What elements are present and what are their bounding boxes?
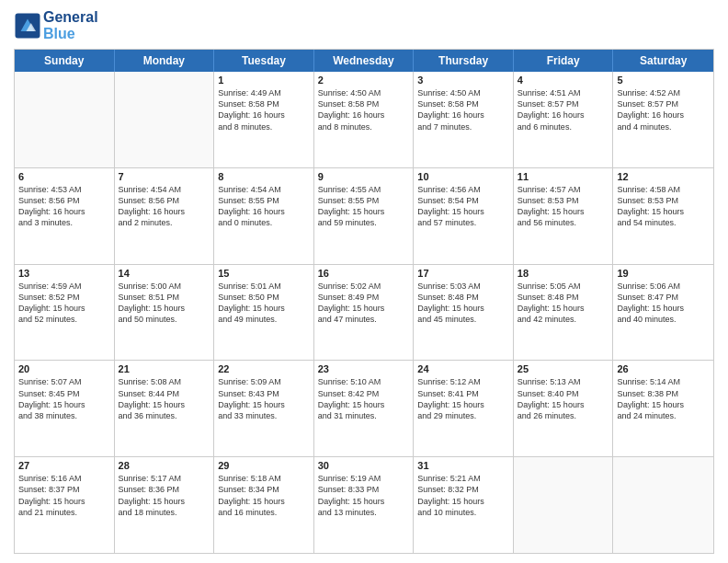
day-info: Sunrise: 5:02 AM Sunset: 8:49 PM Dayligh… <box>318 281 410 326</box>
day-info: Sunrise: 4:55 AM Sunset: 8:55 PM Dayligh… <box>318 184 410 229</box>
day-number: 21 <box>119 363 210 374</box>
day-info: Sunrise: 5:12 AM Sunset: 8:41 PM Dayligh… <box>417 376 509 421</box>
day-info: Sunrise: 4:54 AM Sunset: 8:56 PM Dayligh… <box>119 184 210 229</box>
day-info: Sunrise: 5:16 AM Sunset: 8:37 PM Dayligh… <box>18 473 110 518</box>
day-info: Sunrise: 4:54 AM Sunset: 8:55 PM Dayligh… <box>218 184 310 229</box>
header-day-tuesday: Tuesday <box>214 50 314 72</box>
day-info: Sunrise: 5:01 AM Sunset: 8:50 PM Dayligh… <box>218 281 310 326</box>
day-cell-12: 12Sunrise: 4:58 AM Sunset: 8:53 PM Dayli… <box>613 168 713 264</box>
day-cell-7: 7Sunrise: 4:54 AM Sunset: 8:56 PM Daylig… <box>115 168 215 264</box>
day-number: 10 <box>417 171 509 182</box>
day-info: Sunrise: 5:09 AM Sunset: 8:43 PM Dayligh… <box>218 376 310 421</box>
empty-cell <box>15 72 115 167</box>
day-number: 2 <box>318 75 410 86</box>
day-info: Sunrise: 4:59 AM Sunset: 8:52 PM Dayligh… <box>18 281 110 326</box>
header-day-sunday: Sunday <box>15 50 115 72</box>
day-info: Sunrise: 5:05 AM Sunset: 8:48 PM Dayligh… <box>518 281 609 326</box>
day-cell-18: 18Sunrise: 5:05 AM Sunset: 8:48 PM Dayli… <box>514 265 614 361</box>
day-number: 23 <box>318 363 410 374</box>
day-info: Sunrise: 5:10 AM Sunset: 8:42 PM Dayligh… <box>318 376 410 421</box>
calendar-row-2: 6Sunrise: 4:53 AM Sunset: 8:56 PM Daylig… <box>15 168 713 265</box>
day-info: Sunrise: 5:14 AM Sunset: 8:38 PM Dayligh… <box>617 376 710 421</box>
day-cell-30: 30Sunrise: 5:19 AM Sunset: 8:33 PM Dayli… <box>314 457 415 553</box>
day-cell-22: 22Sunrise: 5:09 AM Sunset: 8:43 PM Dayli… <box>214 361 314 456</box>
day-cell-8: 8Sunrise: 4:54 AM Sunset: 8:55 PM Daylig… <box>214 168 314 264</box>
day-number: 17 <box>417 268 509 279</box>
calendar-header: SundayMondayTuesdayWednesdayThursdayFrid… <box>15 50 713 72</box>
day-cell-24: 24Sunrise: 5:12 AM Sunset: 8:41 PM Dayli… <box>414 361 514 456</box>
day-number: 22 <box>218 363 310 374</box>
day-cell-10: 10Sunrise: 4:56 AM Sunset: 8:54 PM Dayli… <box>414 168 514 264</box>
day-info: Sunrise: 5:03 AM Sunset: 8:48 PM Dayligh… <box>417 281 509 326</box>
day-cell-1: 1Sunrise: 4:49 AM Sunset: 8:58 PM Daylig… <box>214 72 314 167</box>
day-info: Sunrise: 4:57 AM Sunset: 8:53 PM Dayligh… <box>518 184 609 229</box>
empty-cell <box>115 72 215 167</box>
day-info: Sunrise: 5:18 AM Sunset: 8:34 PM Dayligh… <box>218 473 310 518</box>
day-cell-17: 17Sunrise: 5:03 AM Sunset: 8:48 PM Dayli… <box>414 265 514 361</box>
day-cell-13: 13Sunrise: 4:59 AM Sunset: 8:52 PM Dayli… <box>15 265 115 361</box>
day-cell-2: 2Sunrise: 4:50 AM Sunset: 8:58 PM Daylig… <box>314 72 415 167</box>
day-cell-14: 14Sunrise: 5:00 AM Sunset: 8:51 PM Dayli… <box>115 265 215 361</box>
day-cell-21: 21Sunrise: 5:08 AM Sunset: 8:44 PM Dayli… <box>115 361 215 456</box>
calendar-row-5: 27Sunrise: 5:16 AM Sunset: 8:37 PM Dayli… <box>15 457 713 553</box>
day-cell-23: 23Sunrise: 5:10 AM Sunset: 8:42 PM Dayli… <box>314 361 415 456</box>
header-day-friday: Friday <box>514 50 614 72</box>
calendar-row-4: 20Sunrise: 5:07 AM Sunset: 8:45 PM Dayli… <box>15 361 713 457</box>
day-number: 9 <box>318 171 410 182</box>
day-number: 6 <box>18 171 110 182</box>
day-cell-27: 27Sunrise: 5:16 AM Sunset: 8:37 PM Dayli… <box>15 457 115 553</box>
day-number: 29 <box>218 460 310 471</box>
day-info: Sunrise: 4:50 AM Sunset: 8:58 PM Dayligh… <box>318 87 410 132</box>
day-number: 14 <box>119 268 210 279</box>
day-info: Sunrise: 4:56 AM Sunset: 8:54 PM Dayligh… <box>417 184 509 229</box>
day-number: 3 <box>417 75 509 86</box>
day-info: Sunrise: 4:50 AM Sunset: 8:58 PM Dayligh… <box>417 87 509 132</box>
header-day-saturday: Saturday <box>613 50 713 72</box>
logo-icon <box>14 12 41 40</box>
day-number: 28 <box>119 460 210 471</box>
day-number: 16 <box>318 268 410 279</box>
day-info: Sunrise: 5:06 AM Sunset: 8:47 PM Dayligh… <box>617 281 710 326</box>
day-number: 1 <box>218 75 310 86</box>
empty-cell <box>514 457 614 553</box>
day-info: Sunrise: 5:00 AM Sunset: 8:51 PM Dayligh… <box>119 281 210 326</box>
day-cell-26: 26Sunrise: 5:14 AM Sunset: 8:38 PM Dayli… <box>613 361 713 456</box>
day-cell-6: 6Sunrise: 4:53 AM Sunset: 8:56 PM Daylig… <box>15 168 115 264</box>
day-number: 30 <box>318 460 410 471</box>
header-day-monday: Monday <box>115 50 215 72</box>
day-info: Sunrise: 5:17 AM Sunset: 8:36 PM Dayligh… <box>119 473 210 518</box>
day-number: 24 <box>417 363 509 374</box>
day-cell-5: 5Sunrise: 4:52 AM Sunset: 8:57 PM Daylig… <box>613 72 713 167</box>
header-day-wednesday: Wednesday <box>314 50 415 72</box>
day-number: 5 <box>617 75 710 86</box>
day-number: 31 <box>417 460 509 471</box>
day-info: Sunrise: 4:58 AM Sunset: 8:53 PM Dayligh… <box>617 184 710 229</box>
day-number: 18 <box>518 268 609 279</box>
day-info: Sunrise: 5:13 AM Sunset: 8:40 PM Dayligh… <box>518 376 609 421</box>
header-day-thursday: Thursday <box>414 50 514 72</box>
day-number: 27 <box>18 460 110 471</box>
day-cell-28: 28Sunrise: 5:17 AM Sunset: 8:36 PM Dayli… <box>115 457 215 553</box>
day-cell-15: 15Sunrise: 5:01 AM Sunset: 8:50 PM Dayli… <box>214 265 314 361</box>
day-number: 15 <box>218 268 310 279</box>
day-cell-4: 4Sunrise: 4:51 AM Sunset: 8:57 PM Daylig… <box>514 72 614 167</box>
day-number: 7 <box>119 171 210 182</box>
empty-cell <box>613 457 713 553</box>
day-cell-11: 11Sunrise: 4:57 AM Sunset: 8:53 PM Dayli… <box>514 168 614 264</box>
day-info: Sunrise: 4:53 AM Sunset: 8:56 PM Dayligh… <box>18 184 110 229</box>
calendar-row-3: 13Sunrise: 4:59 AM Sunset: 8:52 PM Dayli… <box>15 265 713 362</box>
day-number: 25 <box>518 363 609 374</box>
day-number: 26 <box>617 363 710 374</box>
day-cell-25: 25Sunrise: 5:13 AM Sunset: 8:40 PM Dayli… <box>514 361 614 456</box>
logo-text: General Blue <box>43 9 98 41</box>
day-number: 11 <box>518 171 609 182</box>
day-info: Sunrise: 5:21 AM Sunset: 8:32 PM Dayligh… <box>417 473 509 518</box>
page: General Blue SundayMondayTuesdayWednesda… <box>0 0 728 563</box>
calendar: SundayMondayTuesdayWednesdayThursdayFrid… <box>14 49 714 554</box>
day-info: Sunrise: 5:19 AM Sunset: 8:33 PM Dayligh… <box>318 473 410 518</box>
day-info: Sunrise: 4:51 AM Sunset: 8:57 PM Dayligh… <box>518 87 609 132</box>
day-cell-9: 9Sunrise: 4:55 AM Sunset: 8:55 PM Daylig… <box>314 168 415 264</box>
day-number: 13 <box>18 268 110 279</box>
day-info: Sunrise: 5:08 AM Sunset: 8:44 PM Dayligh… <box>119 376 210 421</box>
day-number: 4 <box>518 75 609 86</box>
